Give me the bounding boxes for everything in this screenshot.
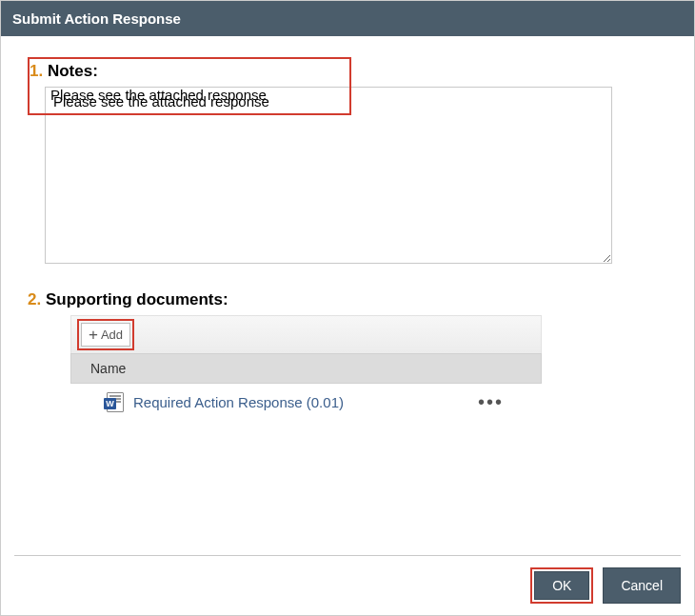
ok-button[interactable]: OK <box>534 571 589 600</box>
documents-label: Supporting documents: <box>46 290 228 308</box>
documents-toolbar: + Add <box>70 315 542 353</box>
highlight-notes: 1. Notes: Please see the attached respon… <box>28 57 351 115</box>
column-name-header: Name <box>90 361 126 376</box>
dialog-footer: OK Cancel <box>14 555 681 604</box>
table-row: Required Action Response (0.01) ••• <box>70 384 542 421</box>
documents-table: + Add Name Required Action Response (0.0… <box>70 315 542 421</box>
footer-buttons: OK Cancel <box>14 567 681 604</box>
notes-preview: Please see the attached response <box>50 87 344 108</box>
notes-number: 1. <box>30 62 43 80</box>
plus-icon: + <box>89 327 98 343</box>
highlight-ok: OK <box>530 567 593 604</box>
documents-header-row: Name <box>70 353 542 384</box>
highlight-add: + Add <box>77 319 134 350</box>
more-actions-icon[interactable]: ••• <box>472 391 509 413</box>
add-document-button[interactable]: + Add <box>81 323 130 347</box>
notes-section-label: 1. Notes: <box>30 62 344 81</box>
cancel-button[interactable]: Cancel <box>603 567 681 604</box>
dialog-content: 1. Notes: Please see the attached respon… <box>1 36 694 421</box>
footer-divider <box>14 555 681 556</box>
add-label: Add <box>101 328 123 342</box>
notes-label: Notes: <box>48 62 98 80</box>
word-doc-icon <box>107 392 124 412</box>
dialog-header: Submit Action Response <box>1 1 694 36</box>
documents-number: 2. <box>28 290 41 308</box>
document-link[interactable]: Required Action Response (0.01) <box>133 394 463 410</box>
dialog-title: Submit Action Response <box>12 10 181 27</box>
documents-section-label: 2. Supporting documents: <box>28 290 667 309</box>
